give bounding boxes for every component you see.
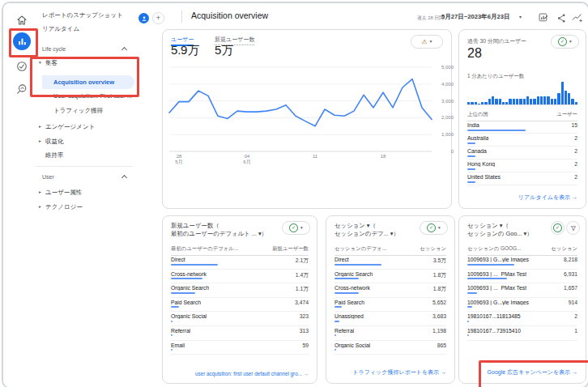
sidebar-item-acquisition-overview[interactable]: Acquisition overview bbox=[42, 75, 134, 89]
row-value: 2 bbox=[574, 174, 577, 180]
data-quality-ok-badge[interactable]: ✓ ▾ bbox=[551, 35, 579, 49]
row-bar bbox=[467, 168, 475, 170]
row-bar bbox=[467, 142, 475, 144]
reports-icon[interactable] bbox=[13, 32, 31, 50]
sidebar-item-engagement[interactable]: ▸エンゲージメント bbox=[34, 120, 136, 133]
row-bar bbox=[171, 321, 173, 322]
row-label: Canada bbox=[467, 148, 487, 154]
sidebar-item-technology[interactable]: ▸テクノロジー bbox=[34, 200, 136, 213]
minute-bar bbox=[495, 99, 497, 104]
minute-bar bbox=[526, 96, 529, 105]
y-tick-label: 1,000 bbox=[433, 132, 454, 137]
minute-bar bbox=[557, 93, 560, 104]
y-tick-label: 4,000 bbox=[433, 82, 454, 87]
filter-icon[interactable] bbox=[566, 221, 580, 235]
row-value: 1,198 bbox=[432, 328, 446, 334]
card-title-dropdown[interactable]: セッション ▾（ セッションの Goo... ▾） bbox=[467, 222, 533, 237]
row-value: 323 bbox=[300, 313, 309, 319]
row-bar bbox=[334, 278, 359, 279]
minute-bar bbox=[516, 99, 518, 104]
realtime-users-value: 28 bbox=[467, 46, 482, 61]
chevron-down-icon: ▾ bbox=[438, 226, 441, 231]
new-users-by-channel-card: 新規ユーザー数（ 最初のユーザーのデフォルト ... ▾） ✓ ▾ 最初のユーザ… bbox=[162, 215, 317, 384]
warning-icon: ⚠ bbox=[422, 39, 428, 45]
traffic-acquisition-report-link[interactable]: トラフィック獲得レポートを表示 → bbox=[352, 368, 446, 376]
row-bar bbox=[171, 292, 195, 294]
table-row: 19810167...118134852 bbox=[467, 312, 577, 326]
sidebar-item-snapshot[interactable]: レポートのスナップショット bbox=[34, 9, 136, 22]
minute-bar bbox=[481, 102, 484, 105]
row-label: Organic Search bbox=[171, 285, 209, 291]
table-row: Hong Kong2 bbox=[467, 159, 577, 172]
x-tick-label: 046月 bbox=[243, 154, 250, 165]
share-icon[interactable] bbox=[555, 11, 568, 24]
report-sidebar: レポートのスナップショット リアルタイム Life cycle ▾集客 Acqu… bbox=[34, 3, 136, 387]
minute-bar bbox=[502, 102, 505, 105]
user-acquisition-report-link[interactable]: user acquisition: first user default cha… bbox=[195, 371, 309, 376]
card-title-dropdown[interactable]: 新規ユーザー数（ 最初のユーザーのデフォルト ... ▾） bbox=[171, 222, 267, 237]
minute-bar bbox=[467, 102, 470, 105]
view-realtime-link[interactable]: リアルタイムを表示 → bbox=[518, 194, 577, 202]
add-comparison-button[interactable]: + bbox=[152, 12, 164, 24]
customize-report-icon[interactable] bbox=[537, 11, 550, 24]
table-row: 19810167...739154101 bbox=[467, 326, 577, 341]
row-label: 1009693 | ..._PMax Test bbox=[467, 271, 526, 277]
advertising-icon[interactable] bbox=[12, 79, 32, 99]
row-label: Organic Search bbox=[334, 271, 373, 277]
col-metric: セッション bbox=[420, 245, 446, 253]
sidebar-item-realtime[interactable]: リアルタイム bbox=[34, 23, 136, 36]
row-value: 914 bbox=[569, 300, 577, 305]
minute-bar bbox=[533, 99, 535, 104]
row-bar bbox=[467, 264, 514, 266]
data-quality-ok-badge[interactable]: ✓ bbox=[551, 221, 565, 235]
sidebar-item-user-acquisition[interactable]: User acquisition: First user ... bbox=[34, 90, 136, 103]
google-ads-campaigns-link[interactable]: Google 広告キャンペーンを表示 → bbox=[488, 368, 577, 376]
date-range-selector[interactable]: 5月27日~2023年6月23日 bbox=[441, 13, 510, 21]
sidebar-item-user-attributes[interactable]: ▸ユーザー属性 bbox=[34, 185, 136, 198]
row-label: Referral bbox=[171, 328, 190, 334]
home-icon[interactable] bbox=[12, 11, 32, 30]
row-value: 2 bbox=[574, 135, 577, 141]
card-title-line2: 最初のユーザーのデフォルト ... ▾） bbox=[171, 230, 267, 238]
sidebar-item-monetization[interactable]: ▸収益化 bbox=[34, 134, 136, 147]
sidebar-section-lifecycle[interactable]: Life cycle bbox=[34, 43, 136, 56]
metric-users-value: 5.9万 bbox=[171, 43, 199, 58]
chevron-down-icon: ▾ bbox=[300, 226, 303, 231]
data-quality-warning-badge[interactable]: ⚠ ▾ bbox=[411, 35, 443, 49]
table-row: Unassigned3,683 bbox=[334, 312, 446, 326]
row-value: 1,657 bbox=[564, 285, 577, 291]
sidebar-item-retention[interactable]: 維持率 bbox=[34, 149, 136, 162]
data-quality-ok-badge[interactable]: ✓ ▾ bbox=[282, 221, 310, 235]
table-row: 1009693 | ..._PMax Test1,657 bbox=[467, 283, 577, 298]
insights-icon[interactable] bbox=[571, 11, 584, 24]
explore-icon[interactable] bbox=[12, 57, 32, 76]
row-value: 1 bbox=[574, 328, 577, 334]
check-icon: ✓ bbox=[289, 223, 298, 232]
row-label: 19810167...73915410 bbox=[467, 328, 521, 334]
sidebar-item-acquisition[interactable]: ▾集客 bbox=[34, 56, 136, 69]
card-title-line2: セッションの Goo... ▾） bbox=[467, 230, 533, 238]
minute-bar bbox=[523, 99, 526, 104]
metric-new-users-value: 5万 bbox=[215, 43, 233, 58]
campaign-table: 1009693 | G...yle Images8,2181009693 | .… bbox=[467, 255, 577, 341]
minute-bar bbox=[575, 102, 577, 105]
table-row: Cross-network1.4万 bbox=[171, 270, 309, 284]
check-icon: ✓ bbox=[553, 223, 562, 232]
row-label: Paid Search bbox=[334, 300, 364, 305]
minute-bar bbox=[488, 99, 491, 104]
sidebar-section-user[interactable]: User bbox=[34, 171, 136, 184]
row-label: Unassigned bbox=[334, 313, 364, 319]
minute-bar bbox=[554, 99, 556, 104]
sidebar-item-traffic-acquisition[interactable]: トラフィック獲得 bbox=[34, 104, 136, 117]
table-row: Organic Social865 bbox=[334, 341, 446, 355]
comparison-avatar[interactable] bbox=[138, 13, 149, 23]
data-quality-ok-badge[interactable]: ✓ ▾ bbox=[420, 221, 448, 235]
card-title-dropdown[interactable]: セッション ▾（ セッションのデフ... ▾） bbox=[334, 222, 399, 237]
y-tick-label: 2,000 bbox=[433, 115, 454, 120]
collapse-chevron-icon bbox=[121, 47, 127, 53]
minute-bar bbox=[537, 96, 539, 105]
minute-bar bbox=[492, 96, 494, 105]
minute-bar bbox=[513, 99, 515, 104]
row-label: Hong Kong bbox=[467, 161, 495, 167]
minute-bar bbox=[530, 99, 532, 104]
